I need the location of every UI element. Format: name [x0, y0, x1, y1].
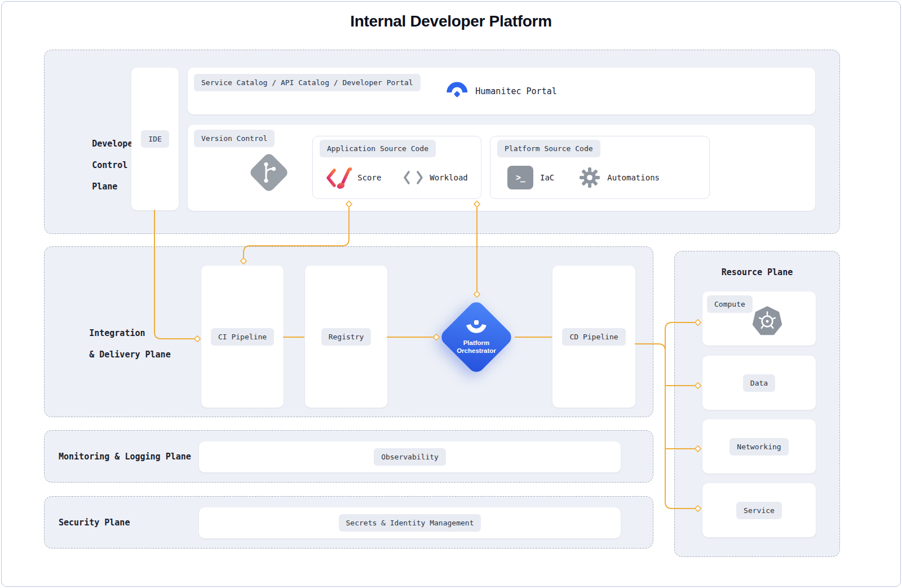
version-control-card: Version Control Application Source Code [188, 125, 815, 211]
terminal-glyph: >_ [516, 173, 525, 183]
humanitec-logo-icon [446, 81, 467, 102]
service-chip: Service [736, 502, 782, 519]
ide-chip: IDE [141, 130, 169, 148]
integration-delivery-plane: Integration & Delivery Plane CI Pipeline… [44, 246, 653, 417]
humanitec-portal-label: Humanitec Portal [475, 86, 557, 96]
ci-pipeline-box: CI Pipeline [201, 266, 284, 408]
data-chip: Data [743, 374, 775, 392]
gear-icon [579, 167, 600, 188]
platform-source-code-card: Platform Source Code >_ IaC [490, 136, 710, 199]
humanitec-portal-brand: Humanitec Portal [446, 81, 557, 102]
application-source-code-card: Application Source Code Score [312, 136, 481, 199]
cd-pipeline-box: CD Pipeline [552, 266, 635, 408]
git-icon [248, 152, 290, 193]
page-title: Internal Developer Platform [0, 12, 902, 30]
developer-control-plane-label: Developer Control Plane [61, 128, 138, 203]
observability-box: Observability [199, 441, 621, 472]
security-plane: Security Plane Secrets & Identity Manage… [44, 496, 653, 549]
monitoring-logging-plane: Monitoring & Logging Plane Observability [44, 430, 653, 483]
app-source-row: Score Workload [313, 163, 481, 192]
platform-orchestrator-content: Platform Orchestrator [449, 310, 503, 364]
iac-label: IaC [540, 173, 554, 182]
registry-chip: Registry [321, 328, 372, 346]
ci-pipeline-chip: CI Pipeline [211, 328, 274, 346]
resource-plane: Resource Plane Compute Data [674, 251, 840, 557]
ide-box: IDE [131, 68, 179, 210]
platform-source-code-chip: Platform Source Code [497, 140, 600, 157]
secrets-identity-chip: Secrets & Identity Management [339, 514, 481, 532]
security-plane-label: Security Plane [59, 518, 130, 528]
compute-chip: Compute [707, 295, 753, 313]
observability-chip: Observability [374, 448, 446, 466]
score-label: Score [357, 173, 381, 182]
score-icon [326, 165, 352, 190]
code-brackets-icon [403, 170, 424, 185]
developer-control-plane: Developer Control Plane IDE Service Cata… [44, 50, 840, 234]
resource-data-box: Data [702, 356, 816, 410]
automations-label: Automations [607, 173, 660, 182]
secrets-box: Secrets & Identity Management [199, 507, 621, 538]
kubernetes-icon [751, 305, 784, 338]
terminal-icon: >_ [507, 166, 533, 189]
monitoring-logging-plane-label: Monitoring & Logging Plane [59, 452, 191, 462]
resource-plane-title: Resource Plane [675, 267, 839, 278]
platform-orchestrator-label: Platform Orchestrator [457, 339, 496, 355]
version-control-chip: Version Control [194, 130, 275, 147]
networking-chip: Networking [729, 438, 788, 456]
platform-source-row: >_ IaC [507, 163, 660, 192]
service-catalog-chip: Service Catalog / API Catalog / Develope… [194, 74, 421, 91]
humanitec-orchestrator-logo-icon [465, 320, 488, 335]
application-source-code-chip: Application Source Code [320, 140, 436, 157]
workload-label: Workload [430, 173, 467, 182]
idp-architecture-diagram: Internal Developer Platform Developer Co… [0, 0, 902, 588]
resource-networking-box: Networking [702, 419, 816, 474]
git-branch-glyph [254, 158, 284, 187]
portal-card: Service Catalog / API Catalog / Develope… [188, 68, 815, 114]
resource-service-box: Service [702, 483, 816, 537]
registry-box: Registry [305, 266, 387, 408]
resource-compute-box: Compute [702, 291, 816, 346]
integration-delivery-plane-label: Integration & Delivery Plane [59, 317, 171, 371]
cd-pipeline-chip: CD Pipeline [562, 328, 625, 346]
platform-orchestrator: Platform Orchestrator [438, 299, 515, 375]
